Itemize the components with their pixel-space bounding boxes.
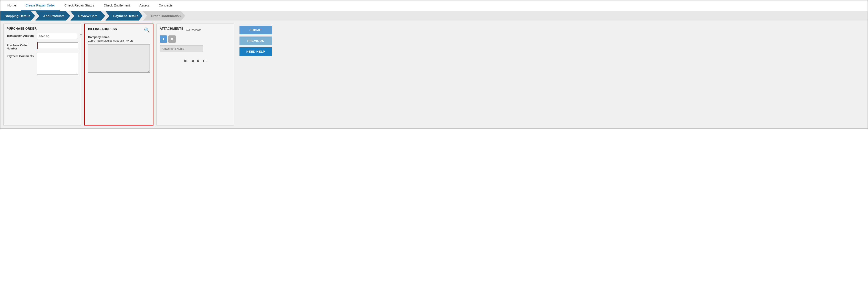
transaction-amount-row: Transaction Amount 🗋 [7, 33, 78, 39]
nav-contracts[interactable]: Contracts [154, 0, 177, 11]
attachments-pagination: ⏮ ◀ ▶ ⏭ [160, 58, 231, 63]
nav-check-repair-status[interactable]: Check Repair Status [60, 0, 99, 11]
payment-comments-label: Payment Comments [7, 53, 35, 58]
company-name-value: Zebra Technologies Australia Pty Ltd [88, 39, 150, 42]
add-attachment-button[interactable]: + [160, 35, 167, 43]
wizard-steps: Shipping Details Add Products Review Car… [0, 11, 868, 21]
document-icon[interactable]: 🗋 [79, 33, 83, 38]
step-shipping-details[interactable]: Shipping Details [0, 11, 35, 21]
purchase-order-section: PURCHASE ORDER Transaction Amount 🗋 Purc… [3, 24, 81, 125]
purchase-order-number-row: Purchase Order Number [7, 42, 78, 50]
transaction-amount-label: Transaction Amount [7, 33, 35, 37]
nav-assets[interactable]: Assets [135, 0, 154, 11]
attachment-buttons: + ✕ [160, 35, 231, 43]
attachments-title: ATTACHMENTS [160, 27, 183, 30]
no-records-text: No Records [186, 28, 201, 32]
billing-header: BILLING ADDRESS 🔍 [88, 27, 150, 33]
step-payment-details[interactable]: Payment Details [105, 11, 143, 21]
need-help-button[interactable]: NEED HELP [240, 47, 272, 56]
pagination-last[interactable]: ⏭ [202, 59, 208, 63]
attachment-name-input[interactable] [160, 45, 203, 52]
billing-address-section: BILLING ADDRESS 🔍 Company Name Zebra Tec… [84, 24, 153, 125]
remove-attachment-button[interactable]: ✕ [168, 35, 176, 43]
pagination-first[interactable]: ⏮ [183, 59, 189, 63]
billing-address-title: BILLING ADDRESS [88, 27, 117, 31]
nav-create-repair-order[interactable]: Create Repair Order [21, 0, 60, 11]
company-name-label: Company Name [88, 35, 150, 39]
nav-check-entitlement[interactable]: Check Entitlement [99, 0, 135, 11]
payment-comments-row: Payment Comments [7, 53, 78, 75]
pagination-next[interactable]: ▶ [196, 58, 201, 63]
purchase-order-number-input[interactable] [37, 42, 78, 49]
transaction-amount-input[interactable] [37, 33, 77, 39]
action-buttons-panel: SUBMIT PREVIOUS NEED HELP [237, 24, 274, 125]
top-navigation: Home Create Repair Order Check Repair St… [0, 0, 868, 11]
billing-search-icon[interactable]: 🔍 [144, 27, 150, 33]
payment-comments-textarea[interactable] [37, 53, 78, 75]
pagination-prev[interactable]: ◀ [190, 58, 195, 63]
billing-address-textarea[interactable] [88, 44, 150, 72]
attachments-section: ATTACHMENTS No Records + ✕ ⏮ ◀ ▶ ⏭ [156, 24, 234, 125]
purchase-order-number-label: Purchase Order Number [7, 42, 35, 50]
previous-button[interactable]: PREVIOUS [240, 36, 272, 45]
nav-home[interactable]: Home [3, 0, 21, 11]
step-order-confirmation[interactable]: Order Confirmation [143, 11, 185, 21]
submit-button[interactable]: SUBMIT [240, 26, 272, 34]
purchase-order-title: PURCHASE ORDER [7, 27, 78, 30]
step-add-products[interactable]: Add Products [35, 11, 70, 21]
attachments-header: ATTACHMENTS No Records [160, 27, 231, 33]
main-content: PURCHASE ORDER Transaction Amount 🗋 Purc… [0, 21, 868, 128]
step-review-cart[interactable]: Review Cart [70, 11, 105, 21]
